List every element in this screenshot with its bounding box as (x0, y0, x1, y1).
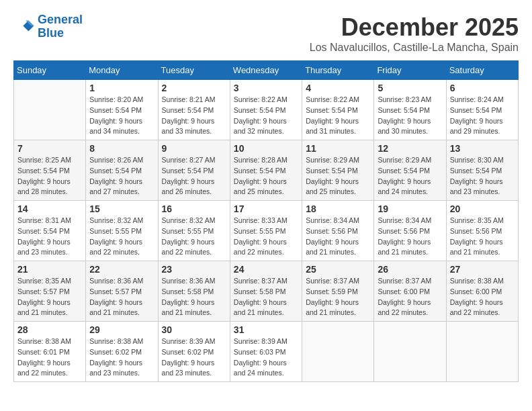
day-number: 31 (234, 324, 298, 335)
day-info: Sunrise: 8:37 AMSunset: 5:58 PMDaylight:… (234, 276, 298, 318)
calendar-day-cell: 28Sunrise: 8:38 AMSunset: 6:01 PMDayligh… (14, 322, 86, 382)
day-number: 24 (234, 264, 298, 275)
weekday-header: Sunday (14, 61, 86, 80)
calendar-day-cell: 8Sunrise: 8:26 AMSunset: 5:54 PMDaylight… (86, 140, 158, 201)
day-number: 17 (234, 203, 298, 214)
calendar-day-cell: 20Sunrise: 8:35 AMSunset: 5:56 PMDayligh… (446, 201, 518, 261)
calendar-day-cell: 21Sunrise: 8:35 AMSunset: 5:57 PMDayligh… (14, 261, 86, 322)
day-number: 22 (89, 264, 154, 275)
day-info: Sunrise: 8:38 AMSunset: 6:02 PMDaylight:… (89, 336, 154, 379)
logo-icon (13, 16, 35, 38)
weekday-header: Thursday (302, 61, 374, 80)
day-info: Sunrise: 8:34 AMSunset: 5:56 PMDaylight:… (378, 216, 442, 258)
day-info: Sunrise: 8:37 AMSunset: 5:59 PMDaylight:… (306, 276, 370, 318)
day-info: Sunrise: 8:22 AMSunset: 5:54 PMDaylight:… (234, 95, 298, 137)
page-header: General Blue December 2025 Los Navalucil… (13, 13, 519, 54)
calendar-day-cell: 16Sunrise: 8:32 AMSunset: 5:55 PMDayligh… (158, 201, 230, 261)
day-info: Sunrise: 8:36 AMSunset: 5:57 PMDaylight:… (89, 276, 154, 318)
day-info: Sunrise: 8:35 AMSunset: 5:57 PMDaylight:… (17, 276, 82, 318)
day-info: Sunrise: 8:23 AMSunset: 5:54 PMDaylight:… (378, 95, 442, 137)
day-info: Sunrise: 8:35 AMSunset: 5:56 PMDaylight:… (450, 216, 515, 258)
day-info: Sunrise: 8:31 AMSunset: 5:54 PMDaylight:… (17, 216, 82, 258)
day-number: 25 (306, 264, 370, 275)
day-number: 10 (234, 143, 298, 154)
calendar-day-cell (374, 322, 446, 382)
calendar-day-cell: 26Sunrise: 8:37 AMSunset: 6:00 PMDayligh… (374, 261, 446, 322)
day-number: 23 (162, 264, 226, 275)
day-number: 14 (17, 203, 82, 214)
calendar-day-cell: 15Sunrise: 8:32 AMSunset: 5:55 PMDayligh… (86, 201, 158, 261)
logo: General Blue (13, 13, 83, 40)
calendar-day-cell: 29Sunrise: 8:38 AMSunset: 6:02 PMDayligh… (86, 322, 158, 382)
day-number: 9 (162, 143, 226, 154)
weekday-header: Friday (374, 61, 446, 80)
calendar-day-cell: 12Sunrise: 8:29 AMSunset: 5:54 PMDayligh… (374, 140, 446, 201)
day-number: 12 (378, 143, 442, 154)
day-info: Sunrise: 8:39 AMSunset: 6:02 PMDaylight:… (162, 336, 226, 379)
day-info: Sunrise: 8:29 AMSunset: 5:54 PMDaylight:… (306, 155, 370, 197)
calendar-day-cell: 14Sunrise: 8:31 AMSunset: 5:54 PMDayligh… (14, 201, 86, 261)
logo-text: General Blue (38, 13, 83, 40)
day-info: Sunrise: 8:33 AMSunset: 5:55 PMDaylight:… (234, 216, 298, 258)
day-number: 5 (378, 83, 442, 93)
day-number: 8 (89, 143, 154, 154)
calendar-week-row: 1Sunrise: 8:20 AMSunset: 5:54 PMDaylight… (14, 80, 519, 140)
calendar-week-row: 7Sunrise: 8:25 AMSunset: 5:54 PMDaylight… (14, 140, 519, 201)
day-info: Sunrise: 8:36 AMSunset: 5:58 PMDaylight:… (162, 276, 226, 318)
calendar-day-cell: 2Sunrise: 8:21 AMSunset: 5:54 PMDaylight… (158, 80, 230, 140)
calendar-day-cell: 7Sunrise: 8:25 AMSunset: 5:54 PMDaylight… (14, 140, 86, 201)
day-info: Sunrise: 8:39 AMSunset: 6:03 PMDaylight:… (234, 336, 298, 379)
day-info: Sunrise: 8:20 AMSunset: 5:54 PMDaylight:… (89, 95, 154, 137)
calendar-day-cell: 18Sunrise: 8:34 AMSunset: 5:56 PMDayligh… (302, 201, 374, 261)
day-info: Sunrise: 8:27 AMSunset: 5:54 PMDaylight:… (162, 155, 226, 197)
calendar-day-cell: 13Sunrise: 8:30 AMSunset: 5:54 PMDayligh… (446, 140, 518, 201)
day-number: 26 (378, 264, 442, 275)
calendar-day-cell: 19Sunrise: 8:34 AMSunset: 5:56 PMDayligh… (374, 201, 446, 261)
calendar-day-cell: 24Sunrise: 8:37 AMSunset: 5:58 PMDayligh… (230, 261, 302, 322)
calendar-day-cell (446, 322, 518, 382)
day-number: 1 (89, 83, 154, 93)
title-section: December 2025 Los Navalucillos, Castille… (310, 13, 519, 54)
calendar-day-cell (302, 322, 374, 382)
calendar-day-cell: 9Sunrise: 8:27 AMSunset: 5:54 PMDaylight… (158, 140, 230, 201)
calendar-week-row: 14Sunrise: 8:31 AMSunset: 5:54 PMDayligh… (14, 201, 519, 261)
calendar-day-cell: 3Sunrise: 8:22 AMSunset: 5:54 PMDaylight… (230, 80, 302, 140)
location: Los Navalucillos, Castille-La Mancha, Sp… (310, 42, 519, 54)
calendar-day-cell (14, 80, 86, 140)
day-info: Sunrise: 8:32 AMSunset: 5:55 PMDaylight:… (89, 216, 154, 258)
day-info: Sunrise: 8:37 AMSunset: 6:00 PMDaylight:… (378, 276, 442, 318)
day-info: Sunrise: 8:25 AMSunset: 5:54 PMDaylight:… (17, 155, 82, 197)
day-info: Sunrise: 8:24 AMSunset: 5:54 PMDaylight:… (450, 95, 515, 137)
calendar-day-cell: 6Sunrise: 8:24 AMSunset: 5:54 PMDaylight… (446, 80, 518, 140)
calendar-day-cell: 10Sunrise: 8:28 AMSunset: 5:54 PMDayligh… (230, 140, 302, 201)
calendar-day-cell: 25Sunrise: 8:37 AMSunset: 5:59 PMDayligh… (302, 261, 374, 322)
calendar-day-cell: 4Sunrise: 8:22 AMSunset: 5:54 PMDaylight… (302, 80, 374, 140)
calendar-week-row: 21Sunrise: 8:35 AMSunset: 5:57 PMDayligh… (14, 261, 519, 322)
calendar-day-cell: 5Sunrise: 8:23 AMSunset: 5:54 PMDaylight… (374, 80, 446, 140)
day-number: 19 (378, 203, 442, 214)
day-info: Sunrise: 8:29 AMSunset: 5:54 PMDaylight:… (378, 155, 442, 197)
day-number: 2 (162, 83, 226, 93)
day-info: Sunrise: 8:21 AMSunset: 5:54 PMDaylight:… (162, 95, 226, 137)
day-info: Sunrise: 8:34 AMSunset: 5:56 PMDaylight:… (306, 216, 370, 258)
day-number: 4 (306, 83, 370, 93)
day-number: 13 (450, 143, 515, 154)
day-number: 29 (89, 324, 154, 335)
day-number: 16 (162, 203, 226, 214)
day-number: 6 (450, 83, 515, 93)
calendar-day-cell: 11Sunrise: 8:29 AMSunset: 5:54 PMDayligh… (302, 140, 374, 201)
day-number: 27 (450, 264, 515, 275)
day-info: Sunrise: 8:26 AMSunset: 5:54 PMDaylight:… (89, 155, 154, 197)
day-number: 20 (450, 203, 515, 214)
calendar-week-row: 28Sunrise: 8:38 AMSunset: 6:01 PMDayligh… (14, 322, 519, 382)
calendar-day-cell: 17Sunrise: 8:33 AMSunset: 5:55 PMDayligh… (230, 201, 302, 261)
weekday-header: Wednesday (230, 61, 302, 80)
calendar-day-cell: 1Sunrise: 8:20 AMSunset: 5:54 PMDaylight… (86, 80, 158, 140)
month-title: December 2025 (310, 13, 519, 42)
day-info: Sunrise: 8:30 AMSunset: 5:54 PMDaylight:… (450, 155, 515, 197)
weekday-header: Monday (86, 61, 158, 80)
day-number: 21 (17, 264, 82, 275)
day-info: Sunrise: 8:28 AMSunset: 5:54 PMDaylight:… (234, 155, 298, 197)
day-info: Sunrise: 8:32 AMSunset: 5:55 PMDaylight:… (162, 216, 226, 258)
day-number: 11 (306, 143, 370, 154)
